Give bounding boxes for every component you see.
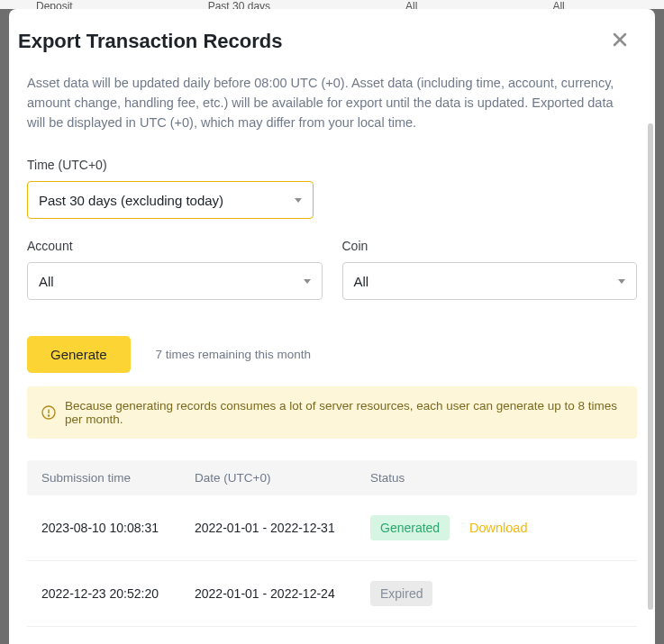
close-button[interactable] [607, 27, 632, 56]
info-icon [41, 405, 56, 420]
download-link[interactable]: Download [469, 521, 528, 535]
remaining-text: 7 times remaining this month [156, 348, 312, 361]
bg-filter: All [405, 0, 417, 9]
svg-point-4 [48, 415, 49, 416]
table-row: 2022-12-23 20:52:202022-01-01 - 2022-12-… [27, 561, 637, 627]
export-modal: Export Transaction Records Asset data wi… [9, 9, 655, 644]
table-row: 2022-01-01 14:36:072021-09-30 - 2022-01-… [27, 627, 637, 644]
account-select[interactable]: All [27, 262, 323, 300]
records-table: Submission time Date (UTC+0) Status 2023… [27, 460, 637, 644]
cell-status: Generated [370, 515, 469, 540]
status-badge: Generated [370, 515, 450, 540]
description-text: Asset data will be updated daily before … [27, 74, 637, 132]
time-field: Time (UTC+0) Past 30 days (excluding tod… [27, 158, 637, 219]
time-select-value: Past 30 days (excluding today) [39, 193, 223, 208]
time-label: Time (UTC+0) [27, 158, 637, 172]
warning-banner: Because generating records consumes a lo… [27, 386, 637, 439]
header-action [469, 471, 623, 485]
table-header: Submission time Date (UTC+0) Status [27, 460, 637, 495]
account-label: Account [27, 239, 323, 253]
coin-label: Coin [342, 239, 638, 253]
time-select[interactable]: Past 30 days (excluding today) [27, 181, 314, 219]
warning-text: Because generating records consumes a lo… [65, 399, 623, 426]
table-row: 2023-08-10 10:08:312022-01-01 - 2022-12-… [27, 495, 637, 561]
scrollbar[interactable] [648, 123, 653, 610]
header-status: Status [370, 471, 469, 485]
bg-filter: All [552, 0, 564, 9]
modal-body: Asset data will be updated daily before … [9, 74, 655, 644]
coin-select[interactable]: All [342, 262, 638, 300]
close-icon [611, 31, 629, 49]
cell-submission: 2022-12-23 20:52:20 [41, 586, 195, 601]
chevron-down-icon [618, 279, 625, 284]
cell-submission: 2023-08-10 10:08:31 [41, 521, 195, 535]
coin-field: Coin All [342, 239, 638, 300]
header-submission: Submission time [41, 471, 195, 485]
account-field: Account All [27, 239, 323, 300]
action-row: Generate 7 times remaining this month [27, 336, 637, 373]
header-date: Date (UTC+0) [195, 471, 370, 485]
modal-header: Export Transaction Records [9, 27, 655, 74]
bg-filter: Deposit [36, 0, 73, 9]
generate-button[interactable]: Generate [27, 336, 131, 373]
account-select-value: All [39, 274, 54, 289]
chevron-down-icon [295, 198, 302, 203]
status-badge: Expired [370, 581, 432, 606]
background-filter-bar: Deposit Past 30 days All All [0, 0, 664, 9]
chevron-down-icon [304, 279, 311, 284]
modal-title: Export Transaction Records [18, 30, 282, 53]
cell-status: Expired [370, 581, 469, 606]
coin-select-value: All [354, 274, 369, 289]
cell-date: 2022-01-01 - 2022-12-31 [195, 521, 370, 535]
cell-action: Download [469, 521, 623, 535]
bg-filter: Past 30 days [208, 0, 270, 9]
cell-date: 2022-01-01 - 2022-12-24 [195, 586, 370, 601]
